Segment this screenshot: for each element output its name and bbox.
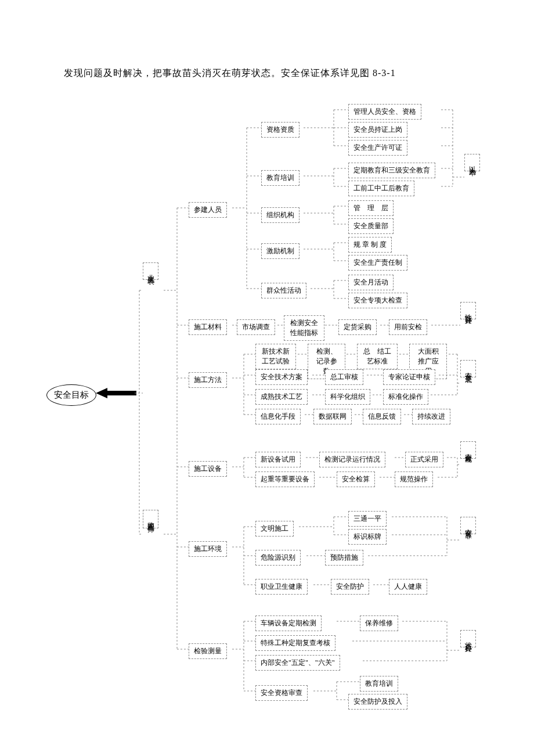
insp-r4-0: 教育培训 [360, 676, 398, 692]
meth-r2-1: 总工审核 [325, 369, 363, 385]
sub-incentive: 激励机制 [261, 243, 300, 259]
sub-qualification: 资格资质 [261, 122, 300, 138]
env-health-out: 人人健康 [389, 579, 427, 595]
eq-r2-1: 安全检算 [337, 471, 375, 487]
right-safe-reliable: 安全可靠 [460, 517, 476, 534]
eq-r1-1: 检测记录运行情况 [319, 452, 385, 467]
insp-r1a: 车辆设备定期检测 [255, 615, 322, 631]
meth-r1-0: 新技术新工艺试验 [255, 344, 296, 369]
svg-marker-0 [96, 388, 136, 398]
right-people: 以人为本 [464, 154, 480, 171]
insp-r4-1: 安全防护及投入 [348, 694, 407, 710]
cat-equipment: 施工设备 [189, 461, 227, 477]
sub-org: 组织机构 [261, 207, 300, 223]
mat-detect: 检测安全性能指标 [284, 315, 324, 341]
meth-r2-2: 专家论证申核 [383, 369, 435, 385]
eq-r2-0: 起重等重要设备 [255, 471, 315, 487]
page-title: 发现问题及时解决，把事故苗头消灭在萌芽状态。安全保证体系详见图 8-3-1 [64, 67, 505, 80]
mat-precheck: 用前安检 [389, 319, 427, 335]
cat-environment: 施工环境 [189, 541, 227, 557]
owner-rep: 业主代表 [143, 262, 158, 280]
leaf-safety-month: 安全月活动 [348, 275, 394, 290]
meth-r2-0: 安全技术方案 [255, 369, 308, 385]
right-perf: 性能良好 [460, 302, 476, 319]
env-hazard: 危险源识别 [255, 550, 301, 566]
supervisor-eng: 监理工程师 [143, 510, 158, 528]
meth-r3-2: 标准化操作 [383, 389, 428, 405]
env-hazard-out: 预防措施 [325, 550, 363, 566]
eq-r2-2: 规范操作 [395, 471, 433, 487]
eq-r1-2: 正式采用 [405, 452, 443, 467]
sub-training: 教育培训 [261, 170, 300, 186]
right-safety-disc: 安全交底 [460, 360, 476, 377]
leaf-rules: 规 章 制 度 [348, 237, 392, 253]
right-safety-rules: 安全规程 [460, 441, 476, 459]
meth-r1-2: 总 结工艺标准 [357, 344, 398, 369]
leaf-phase-edu: 工前工中工后教育 [348, 181, 414, 196]
leaf-mgmt-layer: 管 理 层 [348, 200, 394, 216]
insp-r1b: 保养维修 [360, 615, 398, 631]
meth-r4-1: 数据联网 [313, 409, 352, 424]
leaf-mgr-qual: 管理人员安全、资格 [348, 104, 421, 120]
right-status: 状态良好 [460, 630, 476, 647]
cat-methods: 施工方法 [189, 372, 227, 388]
cat-inspection: 检验测量 [189, 643, 227, 659]
leaf-safety-cert: 安全员持证上岗 [348, 122, 407, 138]
leaf-periodic-edu: 定期教育和三级安全教育 [348, 163, 435, 178]
leaf-safety-dept: 安全质量部 [348, 218, 394, 234]
insp-r4: 安全资格审查 [255, 685, 308, 701]
meth-r4-3: 持续改进 [412, 409, 450, 424]
arrow-icon [96, 388, 136, 398]
cat-materials: 施工材料 [189, 319, 227, 335]
meth-r4-0: 信息化手段 [255, 409, 301, 424]
mat-purchase: 定货采购 [338, 319, 377, 335]
env-civil-0: 三通一平 [348, 511, 387, 527]
safety-goal: 安全目标 [46, 384, 96, 406]
leaf-special-check: 安全专项大检查 [348, 293, 407, 308]
cat-personnel: 参建人员 [189, 202, 227, 218]
env-civil: 文明施工 [255, 521, 294, 537]
meth-r4-2: 信息反馈 [363, 409, 401, 424]
eq-r1-0: 新设备试用 [255, 452, 301, 467]
sub-mass: 群众性活动 [261, 283, 306, 298]
meth-r3-1: 科学化组织 [325, 389, 370, 405]
meth-r3-0: 成熟技术工艺 [255, 389, 308, 405]
env-health-mid: 安全防护 [331, 579, 369, 595]
insp-r3: 内部安全"五定"、"六关" [255, 655, 340, 671]
env-civil-1: 标识标牌 [348, 529, 387, 545]
leaf-prod-license: 安全生产许可证 [348, 140, 407, 156]
leaf-responsibility: 安全生产责任制 [348, 255, 407, 271]
env-health: 职业卫生健康 [255, 579, 308, 595]
insp-r2: 特殊工种定期复查考核 [255, 635, 335, 651]
mat-survey: 市场调查 [237, 319, 275, 335]
